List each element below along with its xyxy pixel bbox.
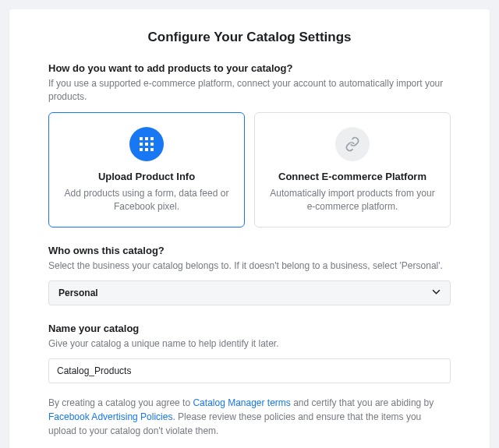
svg-rect-7 <box>145 148 148 151</box>
section-owner: Who owns this catalog? Select the busine… <box>48 245 451 305</box>
option-connect-title: Connect E-commerce Platform <box>266 171 439 182</box>
owner-select[interactable]: Personal <box>48 280 451 305</box>
option-upload-product-info[interactable]: Upload Product Info Add products using a… <box>48 112 245 228</box>
question-name: Name your catalog <box>48 323 451 334</box>
svg-rect-4 <box>145 143 148 146</box>
question-owner: Who owns this catalog? <box>48 245 451 256</box>
svg-rect-1 <box>145 137 148 140</box>
subtext-name: Give your catalog a unique name to help … <box>48 337 451 351</box>
option-connect-sub: Automatically import products from your … <box>266 187 439 214</box>
svg-rect-3 <box>140 143 143 146</box>
link-icon <box>335 127 370 161</box>
settings-card: Configure Your Catalog Settings How do y… <box>9 9 490 448</box>
subtext-owner: Select the business your catalog belongs… <box>48 259 451 273</box>
subtext-add-products: If you use a supported e-commerce platfo… <box>48 77 451 104</box>
option-upload-title: Upload Product Info <box>60 171 233 182</box>
section-add-products: How do you want to add products to your … <box>48 62 451 228</box>
option-upload-sub: Add products using a form, data feed or … <box>60 187 233 214</box>
svg-rect-2 <box>150 137 154 140</box>
page-title: Configure Your Catalog Settings <box>48 30 451 45</box>
question-add-products: How do you want to add products to your … <box>48 62 451 74</box>
svg-rect-8 <box>150 148 154 151</box>
option-group: Upload Product Info Add products using a… <box>48 112 451 228</box>
grid-icon <box>129 127 164 161</box>
legal-text: By creating a catalog you agree to Catal… <box>48 396 451 438</box>
svg-rect-5 <box>150 143 154 146</box>
chevron-down-icon <box>432 287 441 298</box>
svg-rect-0 <box>140 137 143 140</box>
link-ad-policies[interactable]: Facebook Advertising Policies <box>48 411 172 422</box>
svg-rect-6 <box>140 148 143 151</box>
option-connect-ecommerce[interactable]: Connect E-commerce Platform Automaticall… <box>254 112 451 228</box>
section-name: Name your catalog Give your catalog a un… <box>48 323 451 383</box>
catalog-name-input[interactable] <box>48 358 451 383</box>
link-catalog-terms[interactable]: Catalog Manager terms <box>193 397 290 408</box>
owner-select-value: Personal <box>58 287 98 298</box>
